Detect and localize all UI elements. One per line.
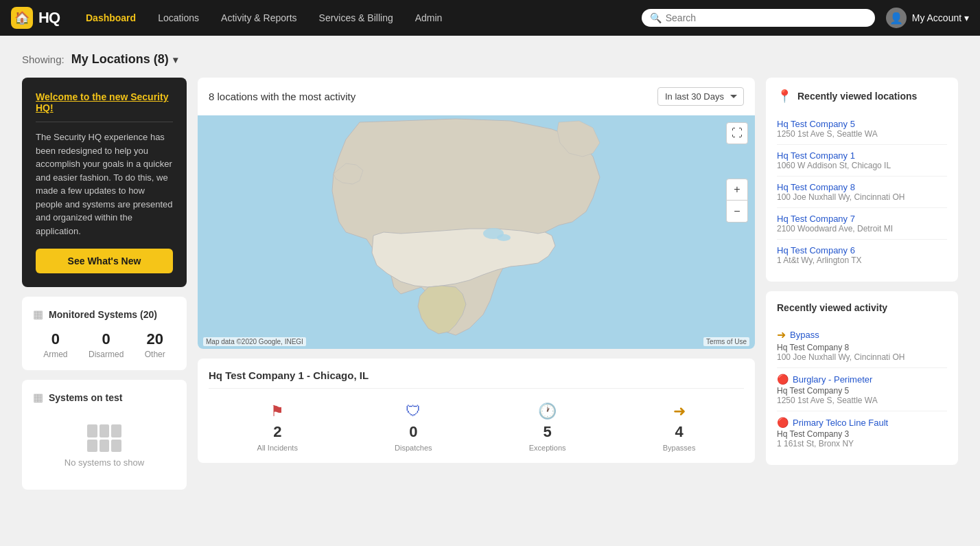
location-item-name[interactable]: Hq Test Company 7: [777, 214, 947, 224]
nav-links: Dashboard Locations Activity & Reports S…: [76, 8, 642, 27]
location-item-name[interactable]: Hq Test Company 8: [777, 182, 947, 192]
location-item-addr: 2100 Woodward Ave, Detroit MI: [777, 224, 947, 234]
other-value: 20: [145, 330, 165, 348]
systems-on-test-card: ▦ Systems on test No systems to show: [22, 380, 187, 490]
incidents-label: All Incidents: [257, 444, 298, 452]
location-item-addr: 1 At&t Wy, Arlington TX: [777, 255, 947, 265]
incidents-value: 2: [273, 423, 281, 441]
recently-viewed-activity-header: Recently viewed activity: [777, 302, 947, 313]
list-item: ➜ Bypass Hq Test Company 8 100 Joe Nuxha…: [777, 323, 947, 368]
search-box: 🔍: [642, 9, 875, 27]
search-input[interactable]: [666, 12, 867, 23]
grid-icon: [87, 424, 121, 452]
monitored-title: Monitored Systems (20): [49, 309, 157, 320]
activity-company: Hq Test Company 8: [777, 343, 947, 352]
dispatches-value: 0: [409, 423, 417, 441]
welcome-divider: [36, 122, 173, 122]
list-item: Hq Test Company 6 1 At&t Wy, Arlington T…: [777, 240, 947, 271]
activity-addr: 1 161st St, Bronx NY: [777, 439, 947, 448]
list-item: Hq Test Company 7 2100 Woodward Ave, Det…: [777, 208, 947, 240]
nav-activity-reports[interactable]: Activity & Reports: [211, 8, 306, 27]
page-content: Showing: My Locations (8) ▾ Welcome to t…: [0, 36, 980, 506]
exceptions-value: 5: [543, 423, 551, 441]
recently-viewed-locations-title: Recently viewed locations: [797, 91, 917, 102]
disarmed-stat: 0 Disarmed: [89, 330, 124, 359]
recently-viewed-locations-header: 📍 Recently viewed locations: [777, 89, 947, 104]
map-svg: [198, 115, 755, 349]
disarmed-label: Disarmed: [89, 350, 124, 359]
monitored-header: ▦ Monitored Systems (20): [33, 308, 176, 321]
map-zoom-in-button[interactable]: +: [726, 179, 748, 201]
dispatches-stat: 🛡 0 Dispatches: [395, 402, 432, 452]
location-list: Hq Test Company 5 1250 1st Ave S, Seattl…: [777, 113, 947, 271]
activity-addr: 100 Joe Nuxhall Wy, Cincinnati OH: [777, 352, 947, 362]
dispatches-icon: 🛡: [406, 402, 421, 420]
dispatches-label: Dispatches: [395, 444, 432, 452]
bypass-icon: ➜: [777, 328, 786, 341]
map-expand-button[interactable]: ⛶: [726, 122, 748, 144]
showing-label: Showing:: [22, 54, 65, 65]
recently-viewed-activity-card: Recently viewed activity ➜ Bypass Hq Tes…: [766, 291, 958, 465]
right-column: 📍 Recently viewed locations Hq Test Comp…: [766, 78, 958, 465]
location-item-addr: 1250 1st Ave S, Seattle WA: [777, 129, 947, 139]
armed-stat: 0 Armed: [43, 330, 67, 359]
systems-on-test-header: ▦ Systems on test: [33, 391, 176, 404]
systems-title: Systems on test: [49, 392, 122, 403]
locations-dropdown[interactable]: My Locations (8) ▾: [71, 52, 178, 67]
activity-link[interactable]: Burglary - Perimeter: [793, 374, 872, 385]
list-item: 🔴 Burglary - Perimeter Hq Test Company 5…: [777, 368, 947, 411]
disarmed-value: 0: [89, 330, 124, 348]
location-item-name[interactable]: Hq Test Company 6: [777, 245, 947, 255]
activity-link[interactable]: Bypass: [790, 330, 819, 340]
no-systems-area: No systems to show: [33, 413, 176, 479]
search-icon: 🔍: [650, 12, 662, 23]
location-item-addr: 100 Joe Nuxhall Wy, Cincinnati OH: [777, 192, 947, 202]
list-item: Hq Test Company 1 1060 W Addison St, Chi…: [777, 145, 947, 177]
map-controls: ⛶ + −: [726, 122, 748, 223]
nav-locations[interactable]: Locations: [148, 8, 209, 27]
armed-label: Armed: [43, 350, 67, 359]
see-whats-new-button[interactable]: See What's New: [36, 249, 173, 273]
date-dropdown[interactable]: In last 30 Days In last 7 Days In last 9…: [657, 87, 744, 106]
exceptions-stat: 🕐 5 Exceptions: [529, 402, 566, 452]
avatar: 👤: [886, 8, 907, 28]
welcome-text: The Security HQ experience has been rede…: [36, 130, 173, 238]
location-item-name[interactable]: Hq Test Company 1: [777, 150, 947, 161]
alarm-icon: 🔴: [777, 374, 789, 385]
armed-value: 0: [43, 330, 67, 348]
incidents-stat: ⚑ 2 All Incidents: [257, 402, 298, 452]
location-detail-card: Hq Test Company 1 - Chicago, IL ⚑ 2 All …: [198, 359, 755, 463]
center-column: 8 locations with the most activity In la…: [198, 78, 755, 463]
svg-point-2: [497, 234, 511, 241]
no-systems-text: No systems to show: [65, 457, 144, 468]
locations-value: My Locations (8): [71, 52, 169, 67]
recently-viewed-locations-card: 📍 Recently viewed locations Hq Test Comp…: [766, 78, 958, 282]
logo-text: HQ: [38, 9, 60, 27]
map-area: ⛶ + − Map data ©2020 Google, INEGI Terms…: [198, 115, 755, 349]
location-item-addr: 1060 W Addison St, Chicago IL: [777, 161, 947, 170]
navbar: 🏠 HQ Dashboard Locations Activity & Repo…: [0, 0, 980, 36]
map-card: 8 locations with the most activity In la…: [198, 78, 755, 349]
map-zoom-out-button[interactable]: −: [726, 201, 748, 223]
nav-admin[interactable]: Admin: [406, 8, 452, 27]
stats-row: 0 Armed 0 Disarmed 20 Other: [33, 330, 176, 359]
bypasses-icon: ➜: [673, 402, 686, 420]
monitored-systems-card: ▦ Monitored Systems (20) 0 Armed 0 Disar…: [22, 297, 187, 370]
other-stat: 20 Other: [145, 330, 165, 359]
welcome-title: Welcome to the new Security HQ!: [36, 91, 173, 113]
activity-link[interactable]: Primary Telco Line Fault: [793, 418, 888, 428]
account-area[interactable]: 👤 My Account ▾: [886, 8, 969, 28]
exceptions-icon: 🕐: [538, 402, 557, 420]
location-stats: ⚑ 2 All Incidents 🛡 0 Dispatches 🕐 5 Exc…: [209, 396, 744, 452]
list-item: Hq Test Company 8 100 Joe Nuxhall Wy, Ci…: [777, 177, 947, 208]
nav-dashboard[interactable]: Dashboard: [76, 8, 145, 27]
map-terms: Terms of Use: [703, 337, 749, 346]
exceptions-label: Exceptions: [529, 444, 566, 452]
welcome-card: Welcome to the new Security HQ! The Secu…: [22, 78, 187, 287]
main-grid: Welcome to the new Security HQ! The Secu…: [22, 78, 958, 490]
map-header: 8 locations with the most activity In la…: [198, 78, 755, 115]
location-item-name[interactable]: Hq Test Company 5: [777, 119, 947, 129]
logo[interactable]: 🏠 HQ: [11, 7, 60, 29]
other-label: Other: [145, 350, 165, 359]
nav-services-billing[interactable]: Services & Billing: [310, 8, 403, 27]
